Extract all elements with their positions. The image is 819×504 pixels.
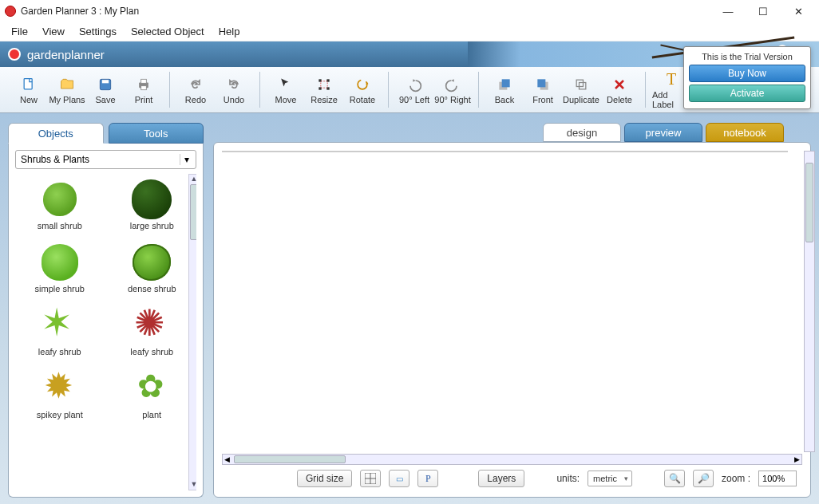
move-button[interactable]: Move <box>267 69 305 111</box>
palette-item-label: spikey plant <box>37 410 83 419</box>
activate-button[interactable]: Activate <box>689 85 805 102</box>
menu-selected-object[interactable]: Selected Object <box>125 24 211 39</box>
units-label: units: <box>556 473 580 484</box>
buy-now-button[interactable]: Buy Now <box>689 65 805 82</box>
send-back-button[interactable]: Back <box>485 69 524 111</box>
rotate-left-button[interactable]: 90° Left <box>395 69 433 111</box>
tab-preview[interactable]: preview <box>624 123 702 142</box>
palette-item[interactable]: spikey plant <box>15 363 105 423</box>
tab-design[interactable]: design <box>543 123 621 142</box>
tab-tools[interactable]: Tools <box>109 123 204 144</box>
workspace: Objects Tools Shrubs & Plants ▾ small sh… <box>0 113 819 504</box>
canvas-vertical-scrollbar[interactable] <box>804 151 815 452</box>
zoom-input[interactable] <box>758 471 797 486</box>
menu-bar: File View Settings Selected Object Help <box>0 22 819 41</box>
palette-scrollbar[interactable]: ▲ ▼ <box>188 174 196 490</box>
svg-rect-17 <box>580 82 586 89</box>
rotate-right-button[interactable]: 90° Right <box>433 69 472 111</box>
properties-icon[interactable]: P <box>417 470 438 487</box>
canvas-panel: design preview notebook ◀ ▶ Grid size ▭ <box>213 123 811 498</box>
menu-view[interactable]: View <box>36 24 71 39</box>
svg-rect-15 <box>537 79 545 87</box>
ruler-icon[interactable]: ▭ <box>389 470 410 487</box>
layers-button[interactable]: Layers <box>478 470 524 487</box>
zoom-label: zoom : <box>722 473 750 484</box>
main-toolbar: New My Plans Save Print Redo Undo Move R… <box>0 67 819 113</box>
duplicate-button[interactable]: Duplicate <box>562 69 600 111</box>
window-minimize-button[interactable]: — <box>710 0 746 22</box>
resize-button[interactable]: Resize <box>305 69 343 111</box>
canvas-footer: Grid size ▭ P Layers units: metric 🔍 🔎 z… <box>222 465 802 489</box>
window-title: Garden Planner 3 : My Plan <box>21 6 710 17</box>
svg-rect-16 <box>576 80 583 86</box>
palette-item[interactable]: simple shrub <box>15 237 105 297</box>
palette-item-label: small shrub <box>38 221 82 230</box>
brand-text: gardenplanner <box>27 48 105 61</box>
grid-toggle-icon[interactable] <box>360 470 381 487</box>
object-palette: small shrublarge shrubsimple shrubdense … <box>15 174 196 423</box>
svg-point-11 <box>358 80 367 89</box>
palette-item-label: simple shrub <box>35 284 85 293</box>
units-select[interactable]: metric <box>588 471 632 486</box>
window-close-button[interactable]: ✕ <box>781 0 816 22</box>
zoom-out-icon[interactable]: 🔎 <box>693 470 714 487</box>
bring-front-button[interactable]: Front <box>524 69 562 111</box>
window-titlebar: Garden Planner 3 : My Plan — ☐ ✕ <box>0 0 819 22</box>
category-select[interactable]: Shrubs & Plants ▾ <box>15 150 196 169</box>
palette-item-label: large shrub <box>130 221 174 230</box>
palette-item-label: dense shrub <box>128 284 176 293</box>
trial-popup: This is the Trial Version Buy Now Activa… <box>683 46 811 109</box>
trial-message: This is the Trial Version <box>689 52 805 61</box>
palette-item-label: plant <box>142 410 161 419</box>
redo-button[interactable]: Redo <box>176 69 215 111</box>
new-button[interactable]: New <box>10 69 48 111</box>
menu-help[interactable]: Help <box>212 24 247 39</box>
palette-item[interactable]: leafy shrub <box>108 300 197 360</box>
palette-item[interactable]: dense shrub <box>108 237 197 297</box>
palette-item[interactable]: large shrub <box>108 174 197 234</box>
svg-rect-4 <box>141 79 147 83</box>
save-button[interactable]: Save <box>86 69 125 111</box>
design-canvas[interactable] <box>222 151 788 152</box>
menu-file[interactable]: File <box>5 24 34 39</box>
undo-button[interactable]: Undo <box>215 69 253 111</box>
palette-item[interactable]: plant <box>108 363 197 423</box>
app-icon <box>5 6 16 17</box>
my-plans-button[interactable]: My Plans <box>48 69 86 111</box>
delete-button[interactable]: Delete <box>600 69 639 111</box>
svg-rect-5 <box>141 85 147 89</box>
zoom-in-icon[interactable]: 🔍 <box>664 470 685 487</box>
palette-item-label: leafy shrub <box>130 347 173 356</box>
tab-notebook[interactable]: notebook <box>706 123 784 142</box>
svg-rect-2 <box>102 80 109 83</box>
window-maximize-button[interactable]: ☐ <box>746 0 781 22</box>
svg-rect-10 <box>321 81 327 87</box>
tab-objects[interactable]: Objects <box>8 123 104 144</box>
palette-item-label: leafy shrub <box>38 347 81 356</box>
grid-size-button[interactable]: Grid size <box>297 470 352 487</box>
svg-rect-13 <box>502 79 510 87</box>
print-button[interactable]: Print <box>125 69 163 111</box>
palette-item[interactable]: leafy shrub <box>15 300 105 360</box>
menu-settings[interactable]: Settings <box>73 24 123 39</box>
rotate-button[interactable]: Rotate <box>343 69 382 111</box>
left-panel: Objects Tools Shrubs & Plants ▾ small sh… <box>8 123 204 498</box>
brand-icon <box>8 48 21 61</box>
canvas-horizontal-scrollbar[interactable]: ◀ ▶ <box>222 454 802 465</box>
chevron-down-icon: ▾ <box>180 154 192 165</box>
palette-item[interactable]: small shrub <box>15 174 105 234</box>
svg-rect-0 <box>24 78 32 89</box>
category-value: Shrubs & Plants <box>21 154 89 165</box>
